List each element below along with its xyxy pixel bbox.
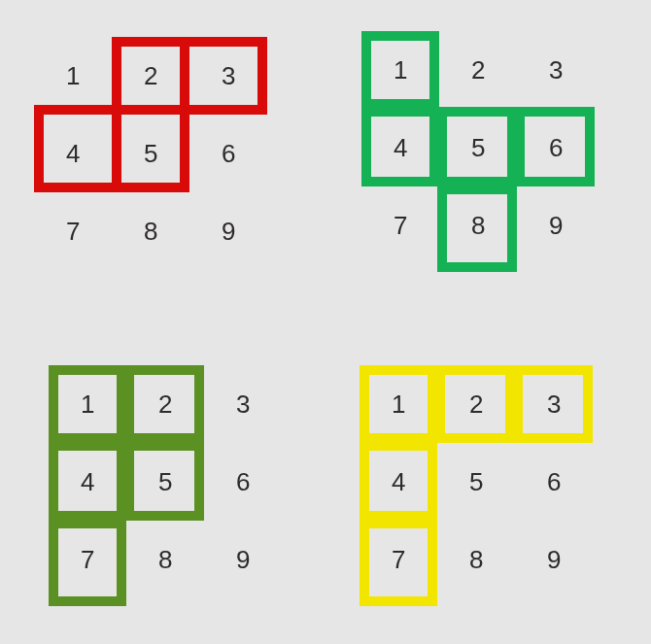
cell-5: 5 bbox=[469, 469, 483, 494]
figure-yellow-l: 1 2 3 4 5 6 7 8 9 bbox=[360, 365, 593, 606]
cell-2: 2 bbox=[471, 57, 485, 83]
outline-cell-7 bbox=[360, 519, 437, 606]
cell-9: 9 bbox=[236, 547, 250, 572]
cell-7: 7 bbox=[394, 213, 407, 238]
outline-cell-2 bbox=[112, 37, 189, 115]
cell-1: 1 bbox=[66, 63, 80, 88]
figure-red-s: 1 2 3 4 5 6 7 8 9 bbox=[34, 37, 267, 270]
cell-8: 8 bbox=[144, 219, 157, 244]
cell-8: 8 bbox=[158, 547, 172, 572]
outline-cell-2 bbox=[435, 365, 515, 443]
cell-9: 9 bbox=[549, 213, 563, 238]
outline-cell-5 bbox=[437, 107, 517, 186]
cell-9: 9 bbox=[222, 219, 235, 244]
outline-cell-3 bbox=[513, 365, 593, 443]
grid: 1 2 3 4 5 6 7 8 9 bbox=[360, 365, 593, 606]
outline-cell-1 bbox=[49, 365, 126, 443]
outline-cell-5 bbox=[124, 441, 204, 521]
outline-cell-4 bbox=[361, 107, 439, 186]
grid: 1 2 3 4 5 6 7 8 9 bbox=[49, 365, 282, 606]
figure-green-t: 1 2 3 4 5 6 7 8 9 bbox=[361, 31, 595, 272]
outline-cell-4 bbox=[360, 441, 437, 521]
grid: 1 2 3 4 5 6 7 8 9 bbox=[361, 31, 595, 272]
outline-cell-2 bbox=[124, 365, 204, 443]
cell-3: 3 bbox=[549, 57, 563, 83]
cell-9: 9 bbox=[547, 547, 561, 572]
grid: 1 2 3 4 5 6 7 8 9 bbox=[34, 37, 267, 270]
cell-6: 6 bbox=[236, 469, 250, 494]
outline-cell-4 bbox=[49, 441, 126, 521]
cell-8: 8 bbox=[469, 547, 483, 572]
cell-3: 3 bbox=[236, 391, 250, 417]
outline-cell-7 bbox=[49, 519, 126, 606]
outline-cell-6 bbox=[515, 107, 595, 186]
cell-7: 7 bbox=[66, 219, 80, 244]
figure-olive-p: 1 2 3 4 5 6 7 8 9 bbox=[49, 365, 282, 606]
outline-cell-8 bbox=[437, 185, 517, 272]
cell-6: 6 bbox=[222, 141, 235, 166]
outline-cell-4 bbox=[34, 105, 121, 192]
cell-6: 6 bbox=[547, 469, 561, 494]
outline-cell-3 bbox=[180, 37, 267, 115]
outline-cell-1 bbox=[361, 31, 439, 109]
outline-cell-5 bbox=[112, 105, 189, 192]
outline-cell-1 bbox=[360, 365, 437, 443]
